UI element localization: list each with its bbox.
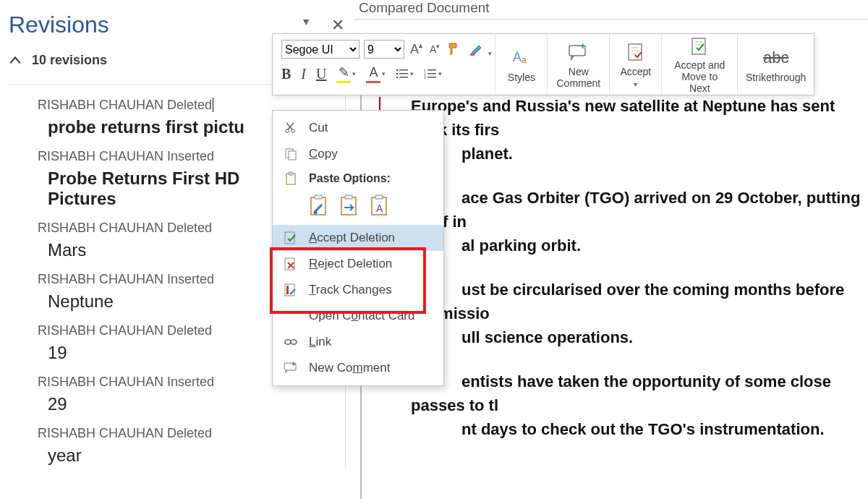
- svg-point-39: [291, 340, 297, 344]
- accept-button[interactable]: Accept▾: [610, 34, 662, 95]
- svg-rect-10: [427, 73, 436, 74]
- paste-keep-source-icon[interactable]: [309, 195, 329, 218]
- svg-rect-17: [629, 44, 642, 60]
- grow-font-icon[interactable]: A▴: [409, 42, 424, 57]
- svg-text:+: +: [292, 362, 296, 368]
- svg-text:3: 3: [424, 75, 426, 80]
- svg-rect-29: [345, 195, 352, 199]
- chevron-up-icon: [9, 54, 22, 67]
- paste-text-only-icon[interactable]: A: [370, 195, 390, 218]
- ctx-copy[interactable]: Copy: [273, 141, 443, 167]
- track-changes-icon: [283, 283, 299, 297]
- svg-rect-24: [289, 172, 293, 175]
- underline-button[interactable]: U: [316, 66, 326, 82]
- bullets-button[interactable]: ▾: [396, 68, 414, 80]
- numbering-button[interactable]: 123▾: [424, 68, 442, 80]
- svg-rect-6: [399, 77, 408, 78]
- svg-text:+: +: [580, 43, 586, 51]
- svg-point-19: [286, 129, 289, 133]
- font-name-select[interactable]: Segoe UI: [281, 40, 359, 59]
- font-color-button[interactable]: A▾: [366, 65, 386, 83]
- accept-icon: [283, 231, 299, 245]
- svg-point-3: [396, 73, 399, 75]
- svg-rect-2: [399, 69, 408, 71]
- svg-point-27: [314, 211, 318, 215]
- svg-rect-0: [470, 54, 475, 56]
- link-icon: [283, 336, 299, 349]
- copy-icon: [283, 148, 299, 161]
- ctx-link[interactable]: Link: [273, 329, 443, 355]
- revision-item[interactable]: RISHABH CHAUHAN Deleted year: [38, 426, 345, 469]
- svg-rect-35: [285, 284, 294, 296]
- format-painter-icon[interactable]: [446, 42, 463, 56]
- font-size-select[interactable]: 9: [364, 40, 404, 59]
- clipboard-icon: [283, 171, 299, 186]
- svg-point-37: [290, 293, 292, 295]
- svg-rect-8: [427, 69, 436, 71]
- context-menu: Cut Copy Paste Options: A Accept Deletio…: [272, 110, 444, 386]
- styles-brush-icon[interactable]: ▾: [467, 41, 486, 57]
- svg-text:A: A: [513, 50, 522, 64]
- svg-rect-36: [286, 286, 289, 294]
- pane-options-dropdown[interactable]: ▼: [301, 16, 311, 35]
- svg-text:A: A: [376, 202, 383, 214]
- compared-doc-title: Compared Document: [354, 0, 868, 20]
- svg-text:a: a: [522, 55, 527, 65]
- svg-point-38: [285, 340, 291, 344]
- svg-rect-18: [692, 38, 705, 54]
- reject-icon: [283, 257, 299, 271]
- comment-icon: +: [283, 362, 299, 375]
- new-comment-button[interactable]: + New Comment: [548, 34, 610, 95]
- svg-point-1: [396, 69, 399, 72]
- shrink-font-icon[interactable]: A▾: [428, 43, 441, 55]
- svg-rect-31: [375, 195, 383, 199]
- pane-close-icon[interactable]: ✕: [331, 16, 344, 35]
- svg-point-5: [396, 77, 399, 79]
- svg-rect-28: [341, 197, 356, 215]
- ctx-cut[interactable]: Cut: [273, 115, 443, 141]
- svg-rect-12: [427, 77, 436, 78]
- mini-toolbar: Segoe UI 9 A▴ A▾ ▾ B I U ✎▾ A▾ ▾ 123▾: [272, 33, 814, 95]
- highlight-color-button[interactable]: ✎▾: [336, 64, 356, 83]
- styles-button[interactable]: Aa Styles: [495, 34, 548, 95]
- revisions-title: Revisions: [9, 12, 109, 38]
- svg-point-20: [292, 129, 295, 133]
- ctx-paste-options-header: Paste Options:: [273, 167, 443, 190]
- ctx-open-contact-card[interactable]: Open Contact Card: [273, 303, 443, 329]
- svg-rect-22: [289, 151, 296, 160]
- ctx-track-changes[interactable]: Track Changes: [273, 277, 443, 303]
- accept-and-move-next-button[interactable]: Accept and Move to Next: [662, 34, 738, 95]
- svg-rect-25: [311, 197, 326, 215]
- bold-button[interactable]: B: [281, 66, 291, 82]
- italic-button[interactable]: I: [301, 66, 306, 82]
- ctx-new-comment[interactable]: + New Comment: [273, 355, 443, 381]
- revisions-count-label: 10 revisions: [32, 53, 107, 68]
- ctx-accept-deletion[interactable]: Accept Deletion: [273, 225, 443, 251]
- ctx-reject-deletion[interactable]: Reject Deletion: [273, 251, 443, 277]
- strikethrough-button[interactable]: abc Strikethrough: [738, 34, 814, 95]
- svg-rect-4: [399, 73, 408, 74]
- scissors-icon: [283, 121, 299, 134]
- svg-rect-26: [315, 195, 322, 199]
- paste-merge-icon[interactable]: [339, 195, 359, 218]
